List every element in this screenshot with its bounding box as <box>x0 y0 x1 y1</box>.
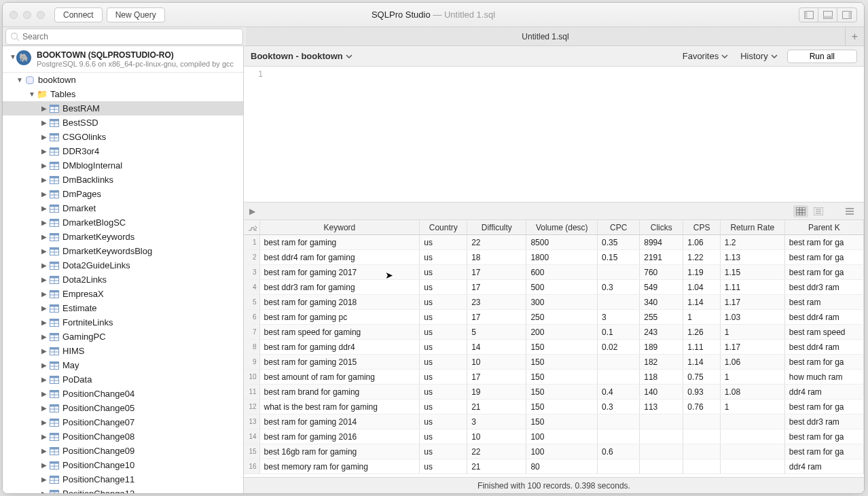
run-all-button[interactable]: Run all <box>787 50 857 63</box>
cell[interactable]: best ram for ga <box>785 355 864 369</box>
tree-table-item[interactable]: ▶PositionChange05 <box>3 401 243 415</box>
tree-table-item[interactable]: ▶EmpresaX <box>3 287 243 301</box>
cell[interactable]: 1.26 <box>683 325 720 339</box>
cell[interactable]: 150 <box>526 355 598 369</box>
cell[interactable]: 14 <box>467 340 526 354</box>
cell[interactable] <box>683 429 720 444</box>
tree-table-item[interactable]: ▶Estimate <box>3 301 243 315</box>
cell[interactable]: 1.17 <box>721 340 785 354</box>
column-header[interactable]: CPC <box>598 220 640 234</box>
tree-table-item[interactable]: ▶PositionChange04 <box>3 387 243 401</box>
cell[interactable]: 100 <box>526 444 598 459</box>
column-header[interactable]: CPS <box>683 220 720 234</box>
cell[interactable]: us <box>420 265 467 279</box>
tree-table-item[interactable]: ▶DmPages <box>3 187 243 201</box>
cell[interactable]: 1.17 <box>721 295 785 309</box>
column-header[interactable]: Volume (desc) <box>526 220 598 234</box>
cell[interactable]: 18 <box>467 250 526 264</box>
tree-table-item[interactable]: ▶Dota2GuideLinks <box>3 258 243 272</box>
cell[interactable]: 1.15 <box>721 265 785 279</box>
cell[interactable]: us <box>420 280 467 294</box>
cell[interactable]: 1.2 <box>721 235 785 249</box>
tree-table-item[interactable]: ▶Dota2Links <box>3 272 243 287</box>
schema-tree[interactable]: ▼booktown▼📁Tables▶BestRAM▶BestSSD▶CSGOli… <box>3 73 243 493</box>
cell[interactable] <box>640 429 683 444</box>
cell[interactable]: 0.15 <box>598 250 640 264</box>
cell[interactable]: us <box>420 250 467 264</box>
table-row[interactable]: 11best ram brand for gamingus191500.4140… <box>244 385 864 400</box>
tree-table-item[interactable]: ▶PositionChange09 <box>3 444 243 458</box>
cell[interactable]: best ram for gaming pc <box>260 310 420 324</box>
tree-table-item[interactable]: ▶DDR3or4 <box>3 144 243 158</box>
tree-table-item[interactable]: ▶CSGOlinks <box>3 130 243 144</box>
cell[interactable]: how much ram <box>785 370 864 384</box>
cell[interactable]: 118 <box>640 370 683 384</box>
cell[interactable]: 0.93 <box>683 385 720 399</box>
cell[interactable]: 22 <box>467 444 526 459</box>
cell[interactable]: 1.06 <box>721 355 785 369</box>
cell[interactable]: 21 <box>467 400 526 414</box>
cell[interactable]: 1.14 <box>683 355 720 369</box>
cell[interactable] <box>721 459 785 474</box>
cell[interactable]: 17 <box>467 265 526 279</box>
cell[interactable] <box>721 444 785 459</box>
cell[interactable]: best ram speed for gaming <box>260 325 420 339</box>
cell[interactable]: 1 <box>721 370 785 384</box>
cell[interactable] <box>598 370 640 384</box>
tree-table-item[interactable]: ▶DmarketKeywordsBlog <box>3 244 243 258</box>
cell[interactable] <box>683 414 720 429</box>
cell[interactable]: 100 <box>526 429 598 444</box>
cell[interactable]: 1.11 <box>683 340 720 354</box>
tree-table-item[interactable]: ▶PositionChange12 <box>3 486 243 493</box>
sql-editor[interactable]: 1 <box>244 67 864 202</box>
cell[interactable]: us <box>420 414 467 429</box>
cell[interactable]: 17 <box>467 310 526 324</box>
column-header[interactable]: Parent K <box>785 220 864 234</box>
tree-table-item[interactable]: ▶DmarketKeywords <box>3 230 243 244</box>
minimize-icon[interactable] <box>23 11 31 19</box>
cell[interactable]: best ram for gaming ddr4 <box>260 340 420 354</box>
cell[interactable]: best ram for gaming 2015 <box>260 355 420 369</box>
tree-table-item[interactable]: ▶Dmarket <box>3 201 243 215</box>
cell[interactable]: us <box>420 235 467 249</box>
cell[interactable] <box>598 429 640 444</box>
cell[interactable]: 1800 <box>526 250 598 264</box>
file-tab[interactable]: Untitled 1.sql <box>246 27 845 46</box>
cell[interactable] <box>598 459 640 474</box>
favorites-menu[interactable]: Favorites <box>683 51 728 61</box>
cell[interactable]: us <box>420 429 467 444</box>
cell[interactable]: us <box>420 400 467 414</box>
table-row[interactable]: 10best amount of ram for gamingus1715011… <box>244 370 864 385</box>
cell[interactable]: 150 <box>526 385 598 399</box>
tree-table-item[interactable]: ▶DmarketBlogSC <box>3 215 243 230</box>
table-row[interactable]: 7best ram speed for gamingus52000.12431.… <box>244 325 864 340</box>
cell[interactable] <box>598 355 640 369</box>
menu-icon[interactable] <box>842 205 857 217</box>
table-row[interactable]: 4best ddr3 ram for gamingus175000.35491.… <box>244 280 864 295</box>
column-header[interactable]: Keyword <box>260 220 420 234</box>
cell[interactable]: 760 <box>640 265 683 279</box>
cell[interactable]: 1 <box>721 400 785 414</box>
breadcrumb[interactable]: Booktown - booktown <box>251 51 352 61</box>
cell[interactable]: best ram speed <box>785 325 864 339</box>
cell[interactable]: best ram for ga <box>785 400 864 414</box>
cell[interactable]: best ram for ga <box>785 429 864 444</box>
cell[interactable]: us <box>420 444 467 459</box>
grid-view-icon[interactable] <box>793 205 808 217</box>
text-view-icon[interactable] <box>811 205 826 217</box>
cell[interactable]: 1.08 <box>721 385 785 399</box>
cell[interactable]: 22 <box>467 235 526 249</box>
cell[interactable]: best ram brand for gaming <box>260 385 420 399</box>
cell[interactable]: 3 <box>598 310 640 324</box>
cell[interactable]: us <box>420 310 467 324</box>
table-row[interactable]: 16best memory ram for gamingus2180ddr4 r… <box>244 459 864 474</box>
cell[interactable]: 150 <box>526 370 598 384</box>
cell[interactable]: us <box>420 355 467 369</box>
cell[interactable]: best ram for ga <box>785 265 864 279</box>
cell[interactable]: 1.22 <box>683 250 720 264</box>
table-row[interactable]: 1best ram for gamingus2285000.3589941.06… <box>244 235 864 250</box>
column-header[interactable]: Difficulty <box>467 220 526 234</box>
tree-table-item[interactable]: ▶GamingPC <box>3 330 243 344</box>
column-header[interactable]: Country <box>420 220 467 234</box>
cell[interactable]: 150 <box>526 400 598 414</box>
